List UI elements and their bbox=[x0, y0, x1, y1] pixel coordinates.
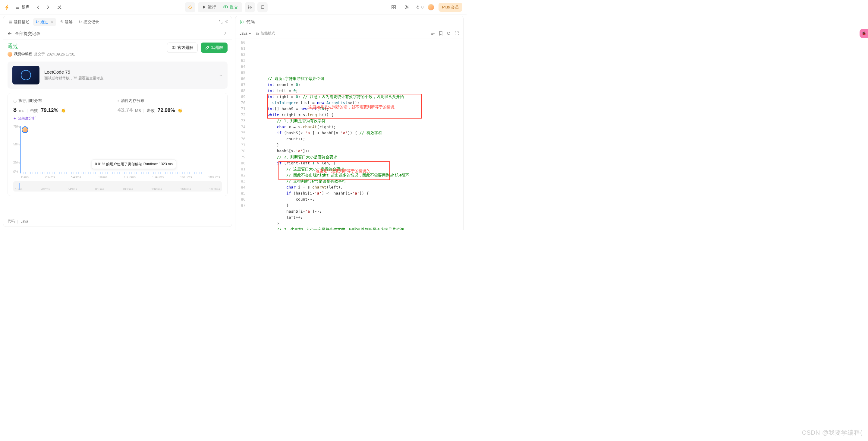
code-panel: ⟨/⟩ 代码 Java 智能模式 60616263646566676869707… bbox=[235, 16, 464, 230]
annotation-text-2: 这里是一定要判断等于的情况的 bbox=[315, 168, 370, 174]
center-controls: 运行 提交 bbox=[185, 2, 268, 12]
chevron-left-icon bbox=[225, 20, 229, 24]
avatar[interactable] bbox=[428, 4, 434, 10]
bookmark-button[interactable] bbox=[439, 31, 443, 36]
alarm-icon bbox=[247, 5, 252, 10]
clap-icon: 👏 bbox=[61, 108, 66, 113]
right-controls: 0 Plus 会员 bbox=[389, 3, 462, 12]
topbar: 题库 运行 提交 bbox=[0, 0, 467, 14]
fullscreen-button[interactable] bbox=[455, 31, 459, 36]
breadcrumb-label[interactable]: 全部提交记录 bbox=[15, 31, 40, 36]
plus-badge[interactable]: Plus 会员 bbox=[438, 3, 462, 12]
clock-icon: ◷ bbox=[13, 99, 17, 103]
memory-beats: 72.98% bbox=[158, 108, 175, 113]
left-footer: 代码 | Java bbox=[3, 216, 232, 227]
chart-range-slider[interactable]: 15ms282ms549ms816ms1083ms1349ms1616ms188… bbox=[13, 181, 222, 192]
user-marker bbox=[22, 126, 28, 133]
status-title: 通过 bbox=[7, 42, 75, 50]
bug-icon bbox=[188, 5, 193, 10]
code-content[interactable]: 这里如果是先判断的话，就不需要判断等于的情况 这里是一定要判断等于的情况的 //… bbox=[249, 39, 463, 230]
runtime-metric[interactable]: ◷执行用时分布 8 ms | 击败 79.12% 👏 ✦复杂度分析 bbox=[13, 98, 118, 121]
next-button[interactable] bbox=[43, 3, 53, 12]
chart-tooltip: 0.01% 的用户使用了类似解法 Runtime: 1323 ms bbox=[92, 159, 176, 169]
code-tab: ⟨/⟩ 代码 bbox=[236, 16, 463, 28]
grid-icon bbox=[391, 5, 396, 10]
notes-button[interactable] bbox=[257, 2, 268, 12]
code-editor[interactable]: 6061626364656667686970717273747576777879… bbox=[236, 39, 463, 230]
feedback-badge[interactable]: 🐞 bbox=[860, 29, 868, 38]
svg-rect-4 bbox=[394, 5, 396, 7]
list-icon bbox=[15, 5, 20, 10]
edit-icon bbox=[205, 46, 210, 50]
flame-icon bbox=[415, 5, 420, 9]
smart-mode[interactable]: 智能模式 bbox=[255, 31, 275, 36]
runtime-value: 8 bbox=[13, 107, 17, 113]
flask-icon: ⚗ bbox=[60, 20, 63, 24]
official-solution-button[interactable]: 官方题解 bbox=[167, 42, 198, 53]
promo-title: LeetCode 75 bbox=[44, 69, 104, 75]
runtime-chart[interactable]: 75% 50% 25% 0% 0.01% 的用户使用了类似解法 Runtime:… bbox=[13, 124, 222, 179]
submit-label: 提交 bbox=[230, 4, 238, 10]
tab-editorial[interactable]: ⚗题解 bbox=[57, 18, 75, 26]
footer-lang[interactable]: Java bbox=[21, 219, 28, 224]
svg-rect-6 bbox=[394, 7, 396, 9]
line-gutter: 6061626364656667686970717273747576777879… bbox=[236, 39, 249, 230]
link-icon[interactable] bbox=[223, 31, 227, 36]
svg-rect-8 bbox=[256, 33, 258, 35]
collapse-button[interactable] bbox=[225, 20, 229, 24]
footer-code[interactable]: 代码 bbox=[7, 219, 15, 224]
streak[interactable]: 0 bbox=[415, 5, 424, 9]
doc-icon: ▤ bbox=[9, 20, 12, 24]
reset-icon bbox=[446, 31, 451, 36]
memory-icon: ▪ bbox=[118, 99, 119, 103]
complexity-link[interactable]: ✦复杂度分析 bbox=[13, 116, 36, 121]
shuffle-button[interactable] bbox=[55, 3, 64, 12]
problem-bank[interactable]: 题库 bbox=[13, 4, 31, 10]
submission-meta: 我要学编程 提交于 2024.09.26 17:01 bbox=[7, 52, 75, 57]
leetcode-logo[interactable] bbox=[4, 4, 11, 10]
format-button[interactable] bbox=[431, 31, 435, 36]
streak-count: 0 bbox=[421, 5, 424, 9]
editor-toolbar: Java 智能模式 bbox=[236, 28, 463, 39]
bank-label: 题库 bbox=[22, 4, 30, 10]
back-icon[interactable] bbox=[7, 31, 12, 36]
expand-button[interactable] bbox=[218, 20, 223, 24]
book-icon bbox=[172, 46, 176, 50]
sparkle-icon: ✦ bbox=[13, 116, 16, 121]
username[interactable]: 我要学编程 bbox=[14, 52, 32, 57]
svg-point-0 bbox=[189, 6, 191, 8]
language-select[interactable]: Java bbox=[240, 31, 251, 36]
promo-sub: 面试必考精华版，75 题覆盖全量考点 bbox=[44, 76, 104, 81]
svg-rect-2 bbox=[261, 6, 264, 8]
tab-accepted[interactable]: ↻通过✕ bbox=[33, 18, 56, 26]
history-icon: ↻ bbox=[79, 20, 82, 24]
run-label: 运行 bbox=[208, 4, 216, 10]
write-solution-button[interactable]: 写题解 bbox=[201, 42, 227, 53]
svg-rect-5 bbox=[392, 7, 393, 9]
nav-arrows bbox=[34, 3, 53, 12]
run-button[interactable]: 运行 bbox=[199, 3, 219, 11]
code-title: 代码 bbox=[246, 19, 255, 25]
lines-icon bbox=[431, 31, 435, 36]
left-tabs: ▤题目描述 ↻通过✕ ⚗题解 ↻提交记录 bbox=[3, 16, 232, 28]
runtime-beats: 79.12% bbox=[41, 108, 59, 113]
timer-button[interactable] bbox=[245, 2, 255, 12]
debug-button[interactable] bbox=[185, 2, 195, 12]
prev-button[interactable] bbox=[34, 3, 43, 12]
avatar bbox=[7, 52, 12, 57]
reset-button[interactable] bbox=[446, 31, 451, 36]
svg-rect-3 bbox=[392, 5, 393, 7]
tab-description[interactable]: ▤题目描述 bbox=[6, 18, 32, 26]
layout-button[interactable] bbox=[389, 3, 398, 12]
annotation-text-1: 这里如果是先判断的话，就不需要判断等于的情况 bbox=[308, 104, 395, 110]
promo-thumb bbox=[12, 66, 39, 85]
code-icon: ⟨/⟩ bbox=[240, 20, 244, 24]
close-icon[interactable]: ✕ bbox=[50, 20, 54, 24]
tab-submissions[interactable]: ↻提交记录 bbox=[76, 18, 101, 26]
settings-button[interactable] bbox=[402, 3, 411, 12]
chevron-down-icon bbox=[248, 32, 251, 35]
promo-card[interactable]: LeetCode 75 面试必考精华版，75 题覆盖全量考点 → bbox=[7, 62, 227, 89]
submit-button[interactable]: 提交 bbox=[220, 3, 241, 11]
memory-metric[interactable]: ▪消耗内存分布 43.74 MB | 击败 72.98% 👏 bbox=[118, 98, 222, 121]
submitted-time: 2024.09.26 17:01 bbox=[47, 52, 75, 56]
